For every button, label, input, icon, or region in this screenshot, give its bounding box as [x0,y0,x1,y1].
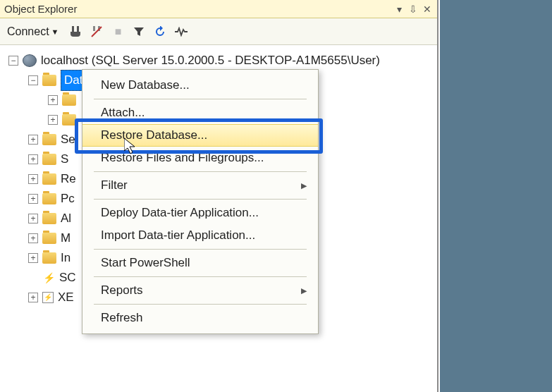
menu-attach[interactable]: Attach... [82,102,318,124]
expand-icon[interactable]: + [48,115,58,125]
expand-icon[interactable]: + [48,95,58,105]
expand-icon[interactable]: + [28,194,38,204]
activity-icon[interactable] [174,25,188,39]
panel-title-bar: Object Explorer ▾ ⇩ ✕ [0,0,437,18]
server-icon [23,54,37,67]
tree-server-row[interactable]: − localhost (SQL Server 15.0.2000.5 - DE… [3,51,434,71]
folder-icon [62,114,76,125]
close-icon[interactable]: ✕ [422,4,433,15]
menu-import-data-tier[interactable]: Import Data-tier Application... [82,224,318,247]
agent-icon: ⚡ [42,271,55,284]
menu-restore-database[interactable]: Restore Database... [82,124,318,147]
menu-separator [94,199,307,200]
tree-node-label: XE [58,288,74,307]
tree-node-label: Re [61,169,76,189]
filter-icon[interactable] [132,25,146,39]
menu-separator [94,99,307,99]
collapse-icon[interactable]: − [8,56,18,66]
menu-separator [94,276,307,277]
outer-background [440,0,552,392]
object-explorer-panel: Object Explorer ▾ ⇩ ✕ Connect ▼ ■ − [0,0,438,392]
chevron-down-icon: ▼ [51,27,59,36]
folder-icon [42,252,56,264]
tree-node-label: SC [59,268,76,288]
folder-icon [42,233,56,244]
expand-icon[interactable]: + [28,253,38,263]
pin-icon[interactable]: ⇩ [407,4,419,15]
expand-icon[interactable]: + [28,233,38,243]
menu-separator [94,249,307,250]
connect-icon[interactable] [68,25,82,39]
tree-node-label: In [61,248,70,268]
expand-icon[interactable]: + [28,135,38,145]
expand-icon[interactable]: + [28,174,38,184]
folder-icon [42,213,56,224]
tree-node-label: S [61,149,68,169]
tree-node-label: Al [61,209,71,228]
folder-icon [62,94,76,106]
context-menu: New Database... Attach... Restore Databa… [82,69,319,334]
menu-separator [94,304,307,305]
tree-node-label: Pc [61,189,75,209]
connect-label: Connect [7,25,49,38]
menu-start-powershell[interactable]: Start PowerShell [82,252,318,274]
svg-rect-0 [72,26,74,32]
refresh-icon[interactable] [153,25,167,39]
menu-filter[interactable]: Filter [82,174,318,197]
expand-icon[interactable]: + [28,293,38,302]
folder-icon [42,75,56,86]
xevent-icon: ⚡ [42,292,54,303]
folder-icon [42,173,56,185]
menu-refresh[interactable]: Refresh [82,307,318,329]
menu-separator [94,171,307,172]
folder-icon [42,154,56,165]
connect-button[interactable]: Connect ▼ [4,24,61,39]
panel-title: Object Explorer [4,3,391,15]
tree-node-label: Se [61,130,75,149]
menu-deploy-data-tier[interactable]: Deploy Data-tier Application... [82,202,318,224]
folder-icon [42,193,56,204]
svg-rect-2 [93,26,95,31]
menu-restore-files[interactable]: Restore Files and Filegroups... [82,147,318,169]
dropdown-icon[interactable]: ▾ [393,4,405,15]
svg-rect-1 [77,26,79,32]
stop-icon[interactable]: ■ [111,25,125,39]
expand-icon[interactable]: + [28,154,38,164]
tree-node-label: M [61,228,70,248]
collapse-icon[interactable]: − [28,75,38,85]
toolbar: Connect ▼ ■ [0,18,437,45]
disconnect-icon[interactable] [90,25,104,39]
menu-reports[interactable]: Reports [82,279,318,302]
menu-new-database[interactable]: New Database... [82,74,318,97]
folder-icon [42,134,56,145]
server-label: localhost (SQL Server 15.0.2000.5 - DESK… [41,51,380,71]
expand-icon[interactable]: + [28,214,38,223]
